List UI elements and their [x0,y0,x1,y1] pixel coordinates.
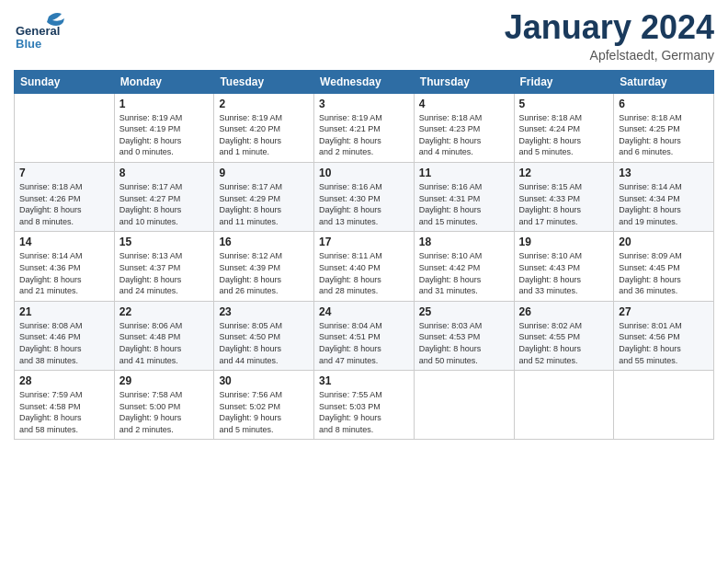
svg-text:Blue: Blue [16,37,41,51]
table-row: 13Sunrise: 8:14 AMSunset: 4:34 PMDayligh… [614,162,714,231]
table-row: 27Sunrise: 8:01 AMSunset: 4:56 PMDayligh… [614,301,714,370]
day-number: 4 [419,98,509,110]
table-row: 18Sunrise: 8:10 AMSunset: 4:42 PMDayligh… [414,232,514,301]
header: General Blue January 2024 Apfelstaedt, G… [14,9,714,63]
month-year-title: January 2024 [505,9,714,46]
day-info: Sunrise: 8:03 AMSunset: 4:53 PMDaylight:… [419,320,509,366]
day-number: 19 [519,236,609,248]
day-number: 30 [219,374,309,387]
col-sunday: Sunday [15,70,115,93]
table-row: 20Sunrise: 8:09 AMSunset: 4:45 PMDayligh… [614,232,714,301]
table-row: 22Sunrise: 8:06 AMSunset: 4:48 PMDayligh… [114,301,214,370]
day-info: Sunrise: 8:14 AMSunset: 4:36 PMDaylight:… [19,250,109,296]
table-row: 15Sunrise: 8:13 AMSunset: 4:37 PMDayligh… [114,232,214,301]
table-row: 12Sunrise: 8:15 AMSunset: 4:33 PMDayligh… [514,162,614,231]
day-info: Sunrise: 8:19 AMSunset: 4:20 PMDaylight:… [219,112,309,158]
table-row: 21Sunrise: 8:08 AMSunset: 4:46 PMDayligh… [15,301,115,370]
table-row: 7Sunrise: 8:18 AMSunset: 4:26 PMDaylight… [15,162,115,231]
table-row [414,371,514,440]
week-row-1: 1Sunrise: 8:19 AMSunset: 4:19 PMDaylight… [15,93,714,162]
table-row: 8Sunrise: 8:17 AMSunset: 4:27 PMDaylight… [114,162,214,231]
day-number: 21 [19,305,109,318]
day-info: Sunrise: 8:09 AMSunset: 4:45 PMDaylight:… [619,250,709,296]
day-number: 5 [519,98,609,110]
day-info: Sunrise: 8:10 AMSunset: 4:42 PMDaylight:… [419,250,509,296]
day-info: Sunrise: 8:17 AMSunset: 4:29 PMDaylight:… [219,181,309,227]
table-row: 19Sunrise: 8:10 AMSunset: 4:43 PMDayligh… [514,232,614,301]
day-number: 8 [119,167,210,179]
day-number: 11 [419,167,509,179]
day-info: Sunrise: 7:56 AMSunset: 5:02 PMDaylight:… [219,389,309,435]
day-number: 9 [219,167,309,179]
table-row: 24Sunrise: 8:04 AMSunset: 4:51 PMDayligh… [314,301,415,370]
table-row: 30Sunrise: 7:56 AMSunset: 5:02 PMDayligh… [214,371,314,440]
day-info: Sunrise: 7:58 AMSunset: 5:00 PMDaylight:… [119,389,210,435]
table-row: 2Sunrise: 8:19 AMSunset: 4:20 PMDaylight… [214,93,314,162]
col-thursday: Thursday [414,70,514,93]
table-row: 9Sunrise: 8:17 AMSunset: 4:29 PMDaylight… [214,162,314,231]
week-row-3: 14Sunrise: 8:14 AMSunset: 4:36 PMDayligh… [15,232,714,301]
day-info: Sunrise: 8:16 AMSunset: 4:31 PMDaylight:… [419,181,509,227]
day-number: 15 [119,236,210,248]
day-number: 14 [19,236,109,248]
day-number: 16 [219,236,309,248]
day-info: Sunrise: 7:55 AMSunset: 5:03 PMDaylight:… [319,389,409,435]
day-info: Sunrise: 8:04 AMSunset: 4:51 PMDaylight:… [319,320,409,366]
day-info: Sunrise: 8:11 AMSunset: 4:40 PMDaylight:… [319,250,409,296]
day-info: Sunrise: 8:14 AMSunset: 4:34 PMDaylight:… [619,181,709,227]
day-info: Sunrise: 8:18 AMSunset: 4:25 PMDaylight:… [619,112,709,158]
col-saturday: Saturday [614,70,714,93]
day-number: 27 [619,305,709,318]
day-info: Sunrise: 8:08 AMSunset: 4:46 PMDaylight:… [19,320,109,366]
day-info: Sunrise: 8:06 AMSunset: 4:48 PMDaylight:… [119,320,210,366]
day-number: 7 [19,167,109,179]
day-number: 22 [119,305,210,318]
day-number: 6 [619,98,709,110]
day-info: Sunrise: 8:16 AMSunset: 4:30 PMDaylight:… [319,181,409,227]
day-info: Sunrise: 8:15 AMSunset: 4:33 PMDaylight:… [519,181,609,227]
day-number: 29 [119,374,210,387]
day-number: 20 [619,236,709,248]
table-row [15,93,115,162]
table-row: 3Sunrise: 8:19 AMSunset: 4:21 PMDaylight… [314,93,415,162]
day-number: 17 [319,236,409,248]
day-number: 2 [219,98,309,110]
table-row: 28Sunrise: 7:59 AMSunset: 4:58 PMDayligh… [15,371,115,440]
day-number: 28 [19,374,109,387]
week-row-4: 21Sunrise: 8:08 AMSunset: 4:46 PMDayligh… [15,301,714,370]
table-row: 4Sunrise: 8:18 AMSunset: 4:23 PMDaylight… [414,93,514,162]
table-row: 1Sunrise: 8:19 AMSunset: 4:19 PMDaylight… [114,93,214,162]
table-row: 31Sunrise: 7:55 AMSunset: 5:03 PMDayligh… [314,371,415,440]
calendar-table: Sunday Monday Tuesday Wednesday Thursday… [14,70,714,441]
day-info: Sunrise: 8:05 AMSunset: 4:50 PMDaylight:… [219,320,309,366]
day-number: 18 [419,236,509,248]
logo-icon: General Blue [14,9,69,55]
table-row: 5Sunrise: 8:18 AMSunset: 4:24 PMDaylight… [514,93,614,162]
table-row: 6Sunrise: 8:18 AMSunset: 4:25 PMDaylight… [614,93,714,162]
table-row: 11Sunrise: 8:16 AMSunset: 4:31 PMDayligh… [414,162,514,231]
day-info: Sunrise: 8:10 AMSunset: 4:43 PMDaylight:… [519,250,609,296]
location-subtitle: Apfelstaedt, Germany [505,48,714,63]
day-info: Sunrise: 8:18 AMSunset: 4:23 PMDaylight:… [419,112,509,158]
col-friday: Friday [514,70,614,93]
day-info: Sunrise: 8:19 AMSunset: 4:19 PMDaylight:… [119,112,210,158]
day-info: Sunrise: 8:17 AMSunset: 4:27 PMDaylight:… [119,181,210,227]
week-row-5: 28Sunrise: 7:59 AMSunset: 4:58 PMDayligh… [15,371,714,440]
table-row: 16Sunrise: 8:12 AMSunset: 4:39 PMDayligh… [214,232,314,301]
table-row: 25Sunrise: 8:03 AMSunset: 4:53 PMDayligh… [414,301,514,370]
day-info: Sunrise: 8:02 AMSunset: 4:55 PMDaylight:… [519,320,609,366]
col-monday: Monday [114,70,214,93]
page: General Blue January 2024 Apfelstaedt, G… [0,0,728,563]
col-tuesday: Tuesday [214,70,314,93]
calendar-header-row: Sunday Monday Tuesday Wednesday Thursday… [15,70,714,93]
week-row-2: 7Sunrise: 8:18 AMSunset: 4:26 PMDaylight… [15,162,714,231]
day-number: 23 [219,305,309,318]
table-row: 14Sunrise: 8:14 AMSunset: 4:36 PMDayligh… [15,232,115,301]
day-number: 3 [319,98,409,110]
title-block: January 2024 Apfelstaedt, Germany [505,9,714,63]
day-info: Sunrise: 8:19 AMSunset: 4:21 PMDaylight:… [319,112,409,158]
day-number: 24 [319,305,409,318]
logo: General Blue [14,9,69,55]
day-number: 10 [319,167,409,179]
day-number: 25 [419,305,509,318]
